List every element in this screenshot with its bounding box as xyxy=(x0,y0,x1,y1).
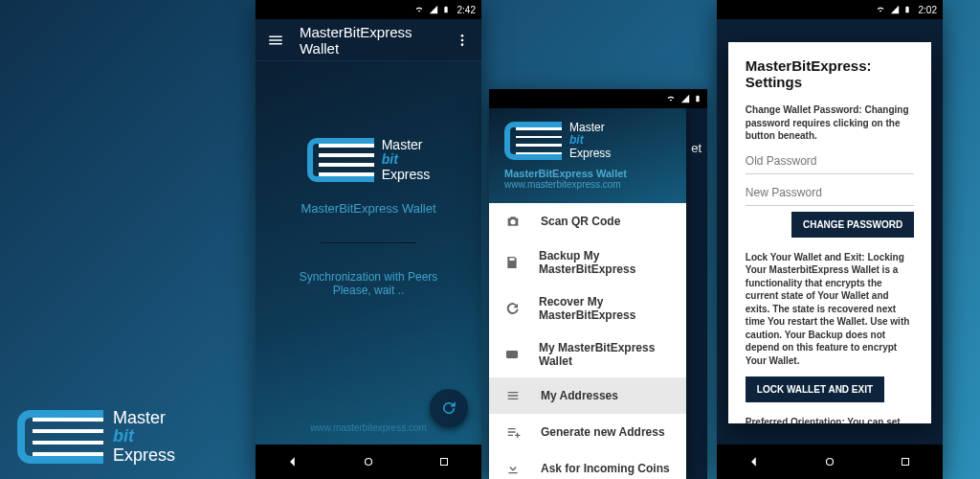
wallet-icon xyxy=(504,346,520,363)
drawer-item-generate-address[interactable]: Generate new Address xyxy=(489,414,686,450)
nav-drawer: Master bit Express MasterBitExpress Wall… xyxy=(489,108,686,479)
logo-mark-icon xyxy=(307,138,374,182)
status-bar: 2:02 xyxy=(717,0,943,19)
wifi-icon xyxy=(665,94,677,103)
password-section-text: Change Wallet Password: Changing passwor… xyxy=(746,103,914,143)
refresh-fab[interactable] xyxy=(430,389,468,427)
signal-icon xyxy=(680,94,690,103)
kebab-icon[interactable] xyxy=(455,33,470,48)
clock-text: 2:42 xyxy=(457,5,476,15)
camera-icon xyxy=(504,213,522,230)
drawer-header: Master bit Express MasterBitExpress Wall… xyxy=(489,108,686,203)
change-password-button[interactable]: CHANGE PASSWORD xyxy=(791,212,914,238)
logo-text: Master bit Express xyxy=(113,409,175,466)
splash-logo: Master bit Express xyxy=(307,138,431,182)
drawer-item-backup[interactable]: Backup My MasterBitExpress xyxy=(489,240,686,285)
app-bar: MasterBitExpress Wallet xyxy=(256,19,481,61)
svg-rect-5 xyxy=(506,351,518,358)
new-password-field[interactable] xyxy=(746,180,914,206)
nav-back-button[interactable] xyxy=(278,447,307,476)
nav-bar xyxy=(256,445,481,479)
clock-text: 2:02 xyxy=(919,5,937,15)
drawer-item-label: Ask for Incoming Coins xyxy=(541,462,670,475)
refresh-icon xyxy=(440,399,457,417)
logo-mark-icon xyxy=(504,122,562,160)
download-icon xyxy=(504,460,522,477)
old-password-field[interactable] xyxy=(746,148,914,174)
svg-point-0 xyxy=(461,34,464,37)
drawer-item-addresses[interactable]: My Addresses xyxy=(489,377,686,414)
signal-icon xyxy=(429,5,438,14)
drawer-item-label: My MasterBitExpress Wallet xyxy=(539,341,671,368)
drawer-item-label: Scan QR Code xyxy=(541,215,620,228)
nav-bar xyxy=(717,445,943,479)
svg-rect-4 xyxy=(440,459,447,466)
hamburger-icon[interactable] xyxy=(267,32,284,49)
lock-section-text: Lock Your Wallet and Exit: Locking Your … xyxy=(746,251,914,368)
wifi-icon xyxy=(413,5,425,14)
drawer-item-ask-coins[interactable]: Ask for Incoming Coins xyxy=(489,450,686,479)
restore-icon xyxy=(504,300,520,317)
footer-url: www.masterbitexpress.com xyxy=(256,422,481,433)
background-appbar-remnant: et xyxy=(686,108,707,479)
battery-icon xyxy=(694,93,702,104)
status-bar xyxy=(489,89,707,108)
drawer-subtitle: MasterBitExpress Wallet xyxy=(504,168,671,179)
battery-icon xyxy=(903,4,911,15)
drawer-item-label: Generate new Address xyxy=(541,425,665,439)
drawer-item-scan-qr[interactable]: Scan QR Code xyxy=(489,203,686,240)
splash-tag: MasterBitExpress Wallet xyxy=(301,201,435,216)
phone-settings: 2:02 MasterBitExpress: Settings Change W… xyxy=(717,0,943,479)
settings-dialog: MasterBitExpress: Settings Change Wallet… xyxy=(728,42,931,423)
drawer-item-label: Backup My MasterBitExpress xyxy=(539,249,671,276)
phone-drawer: et Master bit Express MasterBitExpress W… xyxy=(489,89,707,479)
app-logo: Master bit Express xyxy=(17,409,175,466)
svg-point-3 xyxy=(365,459,371,466)
wifi-icon xyxy=(875,5,886,14)
svg-point-1 xyxy=(461,38,464,41)
plus-list-icon xyxy=(504,423,522,441)
status-bar: 2:42 xyxy=(256,0,481,19)
appbar-title: MasterBitExpress Wallet xyxy=(300,24,455,57)
lock-wallet-button[interactable]: LOCK WALLET AND EXIT xyxy=(746,376,884,402)
nav-back-button[interactable] xyxy=(740,447,768,476)
drawer-item-wallet[interactable]: My MasterBitExpress Wallet xyxy=(489,331,686,377)
nav-home-button[interactable] xyxy=(815,447,844,476)
drawer-item-recover[interactable]: Recover My MasterBitExpress xyxy=(489,285,686,331)
sync-text: Synchronization with Peers xyxy=(300,270,438,284)
nav-recents-button[interactable] xyxy=(430,447,458,476)
svg-rect-11 xyxy=(902,459,908,466)
svg-point-2 xyxy=(461,43,464,46)
phone-splash: 2:42 MasterBitExpress Wallet Master bit … xyxy=(256,0,481,479)
nav-recents-button[interactable] xyxy=(891,447,920,476)
list-icon xyxy=(504,387,522,404)
logo-mark-icon xyxy=(17,410,103,464)
battery-icon xyxy=(442,4,450,15)
drawer-item-label: My Addresses xyxy=(541,389,618,402)
dialog-title: MasterBitExpress: Settings xyxy=(746,57,914,90)
drawer-item-label: Recover My MasterBitExpress xyxy=(539,295,671,322)
wait-text: Please, wait .. xyxy=(333,284,405,297)
orientation-section-text: Preferred Orientation: You can set up th… xyxy=(746,416,914,423)
nav-home-button[interactable] xyxy=(354,447,383,476)
save-icon xyxy=(504,254,520,271)
signal-icon xyxy=(890,5,900,14)
divider xyxy=(321,242,416,243)
svg-point-10 xyxy=(826,459,833,466)
drawer-url: www.masterbitexpress.com xyxy=(504,179,671,190)
